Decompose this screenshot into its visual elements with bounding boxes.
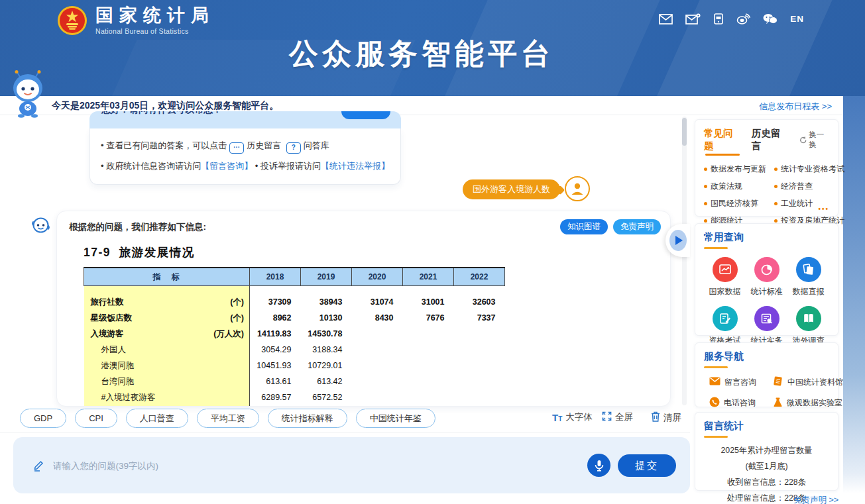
faq-item[interactable]: 经济普查	[774, 181, 844, 192]
query-national-data[interactable]: 国家数据	[709, 257, 741, 297]
bullet-dot	[774, 185, 778, 188]
clear-screen-button[interactable]: 清屏	[651, 411, 681, 424]
qa-library-label[interactable]: 问答库	[304, 140, 329, 150]
bot-avatar	[32, 217, 50, 236]
question-input[interactable]	[52, 455, 558, 476]
page: 国家统计局 National Bureau of Statistics EN 公…	[0, 0, 865, 504]
query-qualification-exam[interactable]: 资格考试	[709, 306, 741, 346]
history-chat-icon[interactable]: ···	[229, 142, 244, 154]
mail-subscribe-icon[interactable]	[685, 13, 701, 25]
microphone-button[interactable]	[587, 454, 610, 477]
history-messages-label[interactable]: 历史留言	[247, 140, 281, 150]
trash-icon	[651, 411, 660, 424]
stats-line: 收到留言信息：228条	[704, 474, 829, 490]
user-avatar	[565, 176, 590, 201]
agency-name: 国家统计局	[95, 5, 215, 25]
service-phone-consult[interactable]: 电话咨询	[709, 397, 773, 409]
query-foreign-survey[interactable]: 涉外调查	[793, 306, 825, 346]
national-emblem-icon	[57, 5, 87, 38]
stats-line: (截至1月底)	[704, 458, 829, 474]
bullet-dot	[704, 202, 707, 205]
welcome-message: 今天是2025年03月05日，欢迎访问公众服务智能平台。	[52, 100, 278, 112]
table-header-year: 2018	[250, 268, 301, 286]
common-queries-card: 常用查询 国家数据 统计标准 数据直报	[695, 223, 838, 336]
intro-bubble-clipped-line: 您好！请问有什么可以帮您？	[89, 111, 401, 128]
faq-item[interactable]: 数据发布与更新	[704, 164, 774, 175]
pie-chart-icon	[754, 257, 779, 282]
table-row: 星级饭店数(个) 8962 10130 8430 7676 7337	[84, 310, 505, 326]
edit-pen-icon	[33, 460, 44, 474]
query-data-reporting[interactable]: 数据直报	[793, 257, 825, 297]
tab-common-questions[interactable]: 常见问题	[704, 127, 738, 156]
faq-item[interactable]: 政策法规	[704, 181, 774, 192]
quick-question-button[interactable]: GDP	[20, 409, 66, 428]
user-message-bubble[interactable]: 国外游客入境游人数	[463, 179, 560, 199]
table-row: 港澳同胞 10451.93 10729.01	[84, 358, 505, 374]
statistics-news-icon	[754, 306, 779, 331]
faq-item[interactable]: 国民经济核算	[704, 198, 774, 209]
faq-item[interactable]: 工业统计	[774, 198, 844, 209]
faq-item[interactable]: 统计专业资格考试	[774, 164, 844, 175]
bullet-dot	[704, 219, 707, 223]
chat-scrollbar[interactable]	[682, 117, 687, 405]
table-title: 17-9 旅游发展情况	[84, 244, 195, 260]
service-message-consult[interactable]: 留言咨询	[709, 376, 773, 388]
bullet-dot	[774, 168, 778, 171]
table-row: 国内居民出境人数(万人次) 16199.34 16920.54	[84, 405, 505, 407]
disclaimer-button[interactable]: 免责声明	[613, 219, 661, 234]
table-row: 台湾同胞 613.61 613.42	[84, 374, 505, 389]
intro-clipped-button[interactable]	[341, 111, 390, 119]
message-stats-card: 留言统计 2025年累计办理留言数量 (截至1月底) 收到留言信息：228条 处…	[695, 412, 838, 491]
service-statistics-archive[interactable]: 中国统计资料馆	[773, 376, 843, 388]
page-title: 公众服务智能平台	[0, 34, 843, 74]
exam-pencil-icon	[713, 306, 738, 331]
submit-button[interactable]: 提交	[618, 454, 676, 477]
quick-question-button[interactable]: 人口普查	[126, 409, 188, 428]
fullscreen-button[interactable]: 全屏	[602, 411, 633, 423]
archive-book-icon	[773, 376, 783, 388]
agency-logo[interactable]: 国家统计局 National Bureau of Statistics	[57, 5, 215, 38]
faq-card: 常见问题 历史留言 换一换 数据发布与更新 统计专业资格考试	[695, 119, 838, 217]
bullet-dot	[774, 219, 778, 223]
more-button[interactable]: •••	[818, 205, 829, 213]
query-statistical-standards[interactable]: 统计标准	[751, 257, 783, 297]
refresh-icon	[799, 136, 807, 144]
query-statistical-practice[interactable]: 统计实务	[751, 306, 783, 346]
mobile-app-icon[interactable]	[713, 13, 724, 25]
weibo-icon[interactable]	[736, 13, 750, 25]
quick-question-button[interactable]: 中国统计年鉴	[356, 409, 435, 428]
report-violation-link[interactable]: 【统计违法举报】	[321, 161, 390, 171]
qa-chat-icon[interactable]: ?	[286, 142, 301, 154]
disclaimer-link[interactable]: 免责声明 >>	[695, 495, 838, 504]
scrollbar-thumb[interactable]	[682, 118, 687, 146]
phone-icon	[709, 397, 720, 409]
message-consult-link[interactable]: 【留言咨询】	[201, 161, 253, 171]
refresh-button[interactable]: 换一换	[799, 130, 829, 153]
mail-icon	[709, 377, 721, 387]
language-switch[interactable]: EN	[790, 14, 804, 24]
quick-question-button[interactable]: CPI	[75, 409, 117, 428]
question-input-bar: 提交	[13, 437, 690, 493]
service-nav-card: 服务导航 留言咨询 中国统计资料馆 电话咨询	[695, 342, 838, 407]
service-microdata-lab[interactable]: 微观数据实验室	[773, 397, 843, 409]
knowledge-graph-button[interactable]: 知识图谱	[560, 219, 608, 234]
wechat-icon[interactable]	[763, 13, 778, 25]
table-row: 旅行社数(个) 37309 38943 31074 31001 32603	[84, 294, 505, 310]
lab-flask-icon	[773, 397, 783, 409]
table-spacer-row	[84, 286, 505, 295]
tab-history-messages[interactable]: 历史留言	[752, 127, 786, 156]
mail-icon[interactable]	[659, 14, 673, 25]
intro-clipped-text: 您好！请问有什么可以帮您？	[101, 111, 222, 116]
table-header-year: 2020	[352, 268, 403, 286]
table-header-year: 2022	[454, 268, 505, 286]
large-font-button[interactable]: TT 大字体	[552, 411, 593, 423]
table-row: 入境游客(万人次) 14119.83 14530.78	[84, 326, 505, 342]
quick-question-button[interactable]: 统计指标解释	[268, 409, 347, 428]
bot-lead-text: 根据您的问题，我们推荐如下信息:	[69, 221, 206, 233]
tourism-data-table: 指 标 2018 2019 2020 2021 2022 旅行社数(个) 373…	[84, 267, 505, 407]
quick-question-button[interactable]: 平均工资	[197, 409, 259, 428]
bullet-dot	[704, 185, 707, 188]
divider	[0, 432, 690, 432]
section-title: 留言统计	[704, 420, 829, 438]
release-schedule-link[interactable]: 信息发布日程表 >>	[759, 101, 832, 113]
